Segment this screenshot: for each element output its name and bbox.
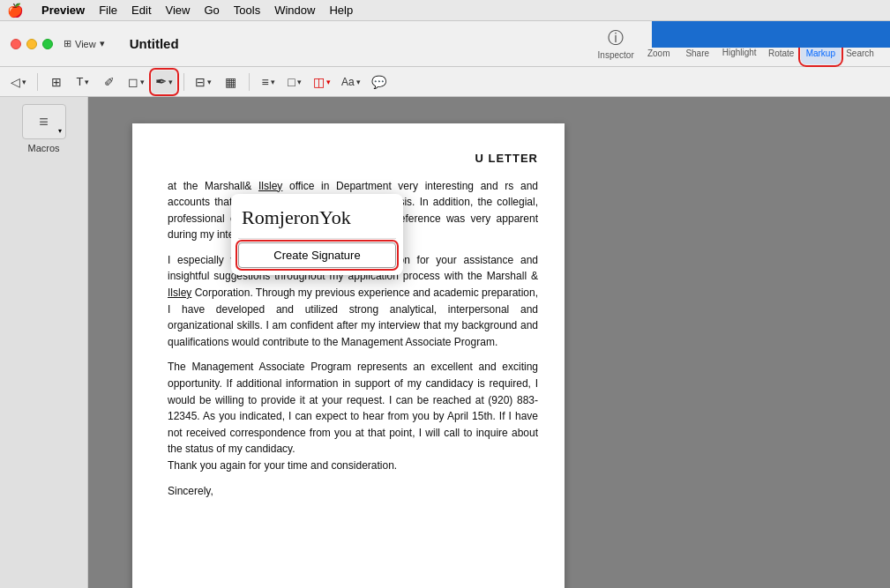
minimize-button[interactable]: [26, 39, 37, 49]
highlight-label: Highlight: [722, 48, 757, 57]
view-title-section: ⊞ View ▾: [64, 38, 105, 49]
text-box-button[interactable]: T ▾: [71, 71, 94, 93]
menu-file[interactable]: File: [99, 4, 117, 17]
layout-button[interactable]: ▦: [219, 71, 242, 93]
markup-toolbar: ◁ ▾ ⊞ T ▾ ✐ ◻ ▾ ✒ ▾ ⊟ ▾ ▦ ≡ ▾ □ ▾ ◫ ▾: [0, 67, 890, 97]
font-button[interactable]: Aa ▾: [338, 71, 364, 93]
chevron-icon5: ▾: [207, 78, 212, 86]
view-label: View: [75, 39, 96, 49]
menu-preview[interactable]: Preview: [41, 4, 85, 17]
rotate-label: Rotate: [768, 48, 794, 58]
chevron-icon8: ▾: [326, 78, 331, 86]
inspector-icon: ⓘ: [608, 27, 624, 48]
menubar: 🍎 Preview File Edit View Go Tools Window…: [0, 0, 890, 21]
signature-icon: ✒: [155, 73, 167, 90]
toolbar2-sep2: [183, 73, 184, 91]
border-button[interactable]: □ ▾: [283, 71, 306, 93]
pen-icon: ✐: [104, 75, 115, 89]
macros-icon: ≡: [39, 113, 49, 131]
menu-tools[interactable]: Tools: [234, 4, 260, 17]
text-box-icon: T: [77, 75, 84, 88]
comment-button[interactable]: 💬: [368, 71, 391, 93]
blue-highlight-bar: [652, 21, 890, 48]
font-icon: Aa: [341, 76, 355, 88]
inspector-label: Inspector: [598, 50, 634, 60]
macros-chevron-icon: ▾: [58, 127, 62, 135]
adjust-button[interactable]: ⊟ ▾: [191, 71, 215, 93]
signature-preview: RomjeronYok: [242, 206, 351, 229]
macros-panel: ≡ ▾ Macros: [0, 97, 88, 588]
macros-icon-box: ≡ ▾: [22, 104, 66, 139]
inspector-button[interactable]: ⓘ Inspector: [593, 24, 639, 64]
main-area: ≡ ▾ Macros RomjeronYok Create Signature …: [0, 97, 890, 588]
chevron-icon6: ▾: [271, 78, 275, 86]
chevron-icon: ▾: [22, 78, 26, 86]
signature-list: RomjeronYok: [238, 201, 396, 234]
chevron-icon4: ▾: [168, 78, 173, 86]
signature-item[interactable]: RomjeronYok: [238, 201, 396, 234]
chevron-icon9: ▾: [356, 78, 361, 86]
view-icon: ⊞: [64, 38, 71, 49]
signature-dropdown: RomjeronYok Create Signature: [231, 194, 403, 275]
main-toolbar: ⊞ View ▾ Untitled ⓘ Inspector ⊕ Zoom ⬆ S…: [0, 21, 890, 67]
doc-paragraph-3: The Management Associate Program represe…: [168, 359, 538, 473]
sidebar-toggle-button[interactable]: ⊞: [45, 71, 68, 93]
menu-window[interactable]: Window: [274, 4, 315, 17]
chevron-icon3: ▾: [140, 78, 145, 86]
document-area: RomjeronYok Create Signature U LETTER at…: [88, 97, 890, 588]
pen-tool-button[interactable]: ✐: [98, 71, 121, 93]
color-button[interactable]: ◫ ▾: [310, 71, 334, 93]
zoom-label: Zoom: [647, 48, 670, 58]
menu-edit[interactable]: Edit: [131, 4, 151, 17]
layout-icon: ▦: [225, 75, 236, 89]
view-button[interactable]: ⊞ View ▾: [64, 38, 105, 49]
ilsley-link-1[interactable]: Ilsley: [258, 180, 282, 192]
share-label: Share: [685, 48, 709, 58]
align-button[interactable]: ≡ ▾: [257, 71, 280, 93]
doc-header: U LETTER: [168, 150, 538, 167]
menu-go[interactable]: Go: [204, 4, 219, 17]
create-signature-button[interactable]: Create Signature: [238, 242, 396, 268]
comment-icon: 💬: [371, 75, 386, 89]
ilsley-link-2[interactable]: Ilsley: [168, 287, 191, 299]
undo-button[interactable]: ◁ ▾: [7, 71, 30, 93]
undo-icon: ◁: [11, 75, 20, 89]
signature-divider: [238, 238, 396, 239]
macros-button[interactable]: ≡ ▾ Macros: [9, 104, 79, 153]
menu-help[interactable]: Help: [329, 4, 353, 17]
document-title: Untitled: [119, 36, 190, 51]
doc-sincerely: Sincerely,: [168, 483, 538, 499]
signature-button[interactable]: ✒ ▾: [152, 71, 176, 93]
sidebar-icon: ⊞: [51, 75, 62, 89]
markup-label: Markup: [806, 48, 835, 58]
shapes-icon: ◻: [128, 75, 138, 89]
adjust-icon: ⊟: [195, 75, 206, 89]
shapes-button[interactable]: ◻ ▾: [124, 71, 148, 93]
border-icon: □: [288, 75, 295, 89]
search-label: Search: [846, 48, 874, 58]
maximize-button[interactable]: [42, 39, 53, 49]
toolbar2-sep1: [37, 73, 38, 91]
close-button[interactable]: [11, 39, 21, 49]
color-icon: ◫: [313, 75, 325, 89]
apple-menu[interactable]: 🍎: [7, 3, 24, 19]
macros-label: Macros: [27, 143, 59, 153]
align-icon: ≡: [261, 75, 268, 89]
chevron-down-icon: ▾: [100, 38, 105, 49]
menu-view[interactable]: View: [166, 4, 191, 17]
chevron-icon7: ▾: [297, 78, 302, 86]
toolbar2-sep3: [249, 73, 250, 91]
chevron-icon2: ▾: [85, 78, 89, 86]
traffic-lights: [11, 39, 53, 49]
